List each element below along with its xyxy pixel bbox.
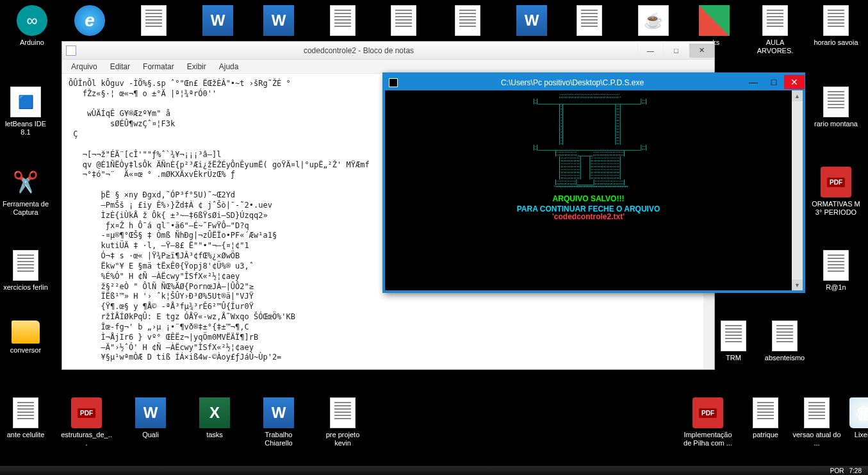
icon-label: horario savoia (810, 38, 862, 47)
desktop-icon-snip[interactable]: Ferramenta de Captura (0, 167, 51, 217)
ie-icon (74, 5, 105, 36)
excel-icon (199, 397, 230, 428)
ascii-floppy-icon: ,;;;;;;;;;;;;;;;;;;;;;;;;;;;;;;;;;;;;;. … (390, 93, 787, 191)
icon-label: rario montana (810, 120, 862, 128)
folder-icon (12, 321, 40, 344)
word-icon (263, 397, 294, 428)
desktop-icon-tasks[interactable]: tasks (189, 397, 240, 439)
icon-label: letBeans IDE 8.1 (0, 120, 51, 137)
desktop-icon-arvores[interactable]: AULA ARVORES. (749, 5, 801, 55)
tray-lang[interactable]: POR (830, 467, 844, 474)
icon-label: ORMATIVAS M 3° PERIODO (810, 200, 862, 217)
win-icon (699, 5, 730, 36)
desktop-icon-t2[interactable] (317, 5, 368, 38)
desktop-icon-t1[interactable] (128, 5, 179, 38)
word-icon (516, 5, 547, 36)
desktop-icon-java[interactable] (628, 5, 679, 38)
notepad-title: codedcontrole2 - Bloco de notas (80, 46, 637, 55)
console-title-text: C:\Users\Pc positivo\Desktop\C.P.D.S.exe (402, 78, 743, 87)
desktop-icon-arduino[interactable]: Arduino (6, 5, 58, 47)
desktop-icon-versao[interactable]: versao atual do ... (791, 397, 842, 447)
taskbar[interactable]: POR 7:28 (0, 466, 868, 475)
pdf-icon (692, 397, 723, 428)
desktop-icon-w3[interactable] (506, 5, 557, 38)
desktop-icon-trabalho[interactable]: Trabalho Chiarello (253, 397, 304, 447)
console-close-button[interactable]: ✕ (784, 75, 805, 89)
desktop-icon-trm[interactable]: TRM (708, 321, 759, 362)
pdf-icon (71, 397, 102, 428)
text-icon (391, 5, 416, 36)
icon-label: AULA ARVORES. (749, 38, 801, 55)
icon-label: absenteismo (759, 354, 810, 362)
desktop-icon-normativas[interactable]: ORMATIVAS M 3° PERIODO (810, 167, 862, 217)
console-output: ,;;;;;;;;;;;;;;;;;;;;;;;;;;;;;;;;;;;;;. … (385, 90, 792, 290)
desktop-icon-estruturas[interactable]: estruturas_de_... (61, 397, 112, 447)
text-icon (804, 397, 830, 428)
desktop-icon-t3[interactable] (378, 5, 429, 38)
desktop-icon-montana[interactable]: rario montana (810, 87, 862, 128)
text-icon (772, 321, 798, 351)
menu-arquivo[interactable]: Arquivo (65, 62, 104, 71)
console-maximize-button[interactable]: □ (764, 75, 784, 89)
menu-ajuda[interactable]: Ajuda (213, 62, 245, 71)
desktop-icon-t4[interactable] (442, 5, 493, 38)
desktop-icon-ie[interactable] (64, 5, 115, 38)
icon-label: pre projeto kevin (317, 431, 368, 447)
menu-editar[interactable]: Editar (104, 62, 136, 71)
desktop-icon-quali[interactable]: Quali (125, 397, 176, 439)
text-icon (13, 397, 38, 428)
desktop-icon-kevin[interactable]: pre projeto kevin (317, 397, 368, 447)
text-icon (823, 250, 849, 281)
system-tray[interactable]: POR 7:28 (830, 467, 868, 474)
word-icon (202, 5, 233, 36)
scroll-down-icon[interactable]: ▼ (792, 279, 803, 290)
icon-label: conversor (0, 346, 51, 354)
console-titlebar[interactable]: C:\Users\Pc positivo\Desktop\C.P.D.S.exe… (385, 75, 803, 90)
console-icon (389, 78, 398, 87)
icon-label: Arduino (6, 38, 58, 47)
tray-time[interactable]: 7:28 (849, 467, 862, 474)
desktop-icon-lixeira[interactable]: Lixeira (839, 397, 868, 439)
scroll-up-icon[interactable]: ▲ (792, 90, 803, 101)
desktop-icon-r1n[interactable]: R@1n (810, 250, 862, 292)
notepad-titlebar[interactable]: codedcontrole2 - Bloco de notas — □ ✕ (62, 42, 714, 60)
text-icon (753, 397, 778, 428)
desktop-icon-t5[interactable] (564, 5, 615, 38)
console-window: C:\Users\Pc positivo\Desktop\C.P.D.S.exe… (382, 72, 805, 293)
desktop-icon-w1[interactable] (192, 5, 243, 38)
desktop-icon-pilha[interactable]: Implementação de Pilha com ... (682, 397, 733, 447)
text-icon (721, 321, 746, 351)
text-icon (577, 5, 602, 36)
maximize-button[interactable]: □ (663, 44, 689, 58)
icon-label: xercicios ferlin (0, 283, 51, 292)
desktop-icon-conversor[interactable]: conversor (0, 321, 51, 354)
desktop-icon-ferlin[interactable]: xercicios ferlin (0, 250, 51, 292)
icon-label: tasks (189, 431, 240, 439)
menu-exibir[interactable]: Exibir (181, 62, 213, 71)
icon-label: Lixeira (839, 431, 868, 439)
icon-label: R@1n (810, 283, 862, 292)
text-icon (455, 5, 480, 36)
desktop-icon-w2[interactable] (253, 5, 304, 38)
desktop-icon-savoia[interactable]: horario savoia (810, 5, 862, 47)
console-scrollbar[interactable]: ▲ ▼ (792, 90, 803, 290)
desktop-icon-absent[interactable]: absenteismo (759, 321, 810, 362)
menu-formatar[interactable]: Formatar (136, 62, 181, 71)
minimize-button[interactable]: — (637, 44, 663, 58)
arduino-icon (17, 5, 47, 36)
netbeans-icon (10, 87, 41, 117)
icon-label: Implementação de Pilha com ... (682, 431, 733, 447)
desktop-icon-patrique[interactable]: patrique (740, 397, 791, 439)
console-minimize-button[interactable]: — (743, 75, 764, 89)
console-msg-saved: ARQUIVO SALVO!!! (390, 195, 787, 203)
icon-label: Quali (125, 431, 176, 439)
text-icon (13, 250, 38, 281)
desktop-icon-celulite[interactable]: ante celulite (0, 397, 51, 439)
icon-label: Trabalho Chiarello (253, 431, 304, 447)
icon-label: versao atual do ... (791, 431, 842, 447)
desktop-icon-netbeans[interactable]: letBeans IDE 8.1 (0, 87, 51, 137)
text-icon (330, 397, 356, 428)
icon-label: estruturas_de_... (61, 431, 112, 447)
icon-label: patrique (740, 431, 791, 439)
close-button[interactable]: ✕ (689, 44, 714, 58)
